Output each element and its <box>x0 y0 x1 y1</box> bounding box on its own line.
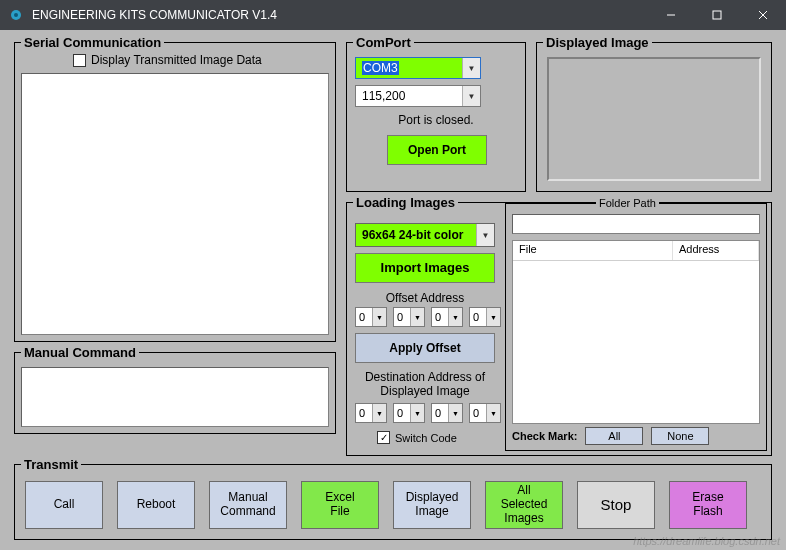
svg-rect-3 <box>713 11 721 19</box>
comport-select[interactable]: COM3 ▼ <box>355 57 481 79</box>
offset-byte-2[interactable]: 0▼ <box>431 307 463 327</box>
all-selected-images-button[interactable]: All Selected Images <box>485 481 563 529</box>
chevron-down-icon: ▼ <box>448 308 462 326</box>
chevron-down-icon: ▼ <box>462 86 480 106</box>
comport-group: ComPort COM3 ▼ 115,200 ▼ Port is closed.… <box>346 42 526 192</box>
stop-button[interactable]: Stop <box>577 481 655 529</box>
offset-address-row: 0▼ 0▼ 0▼ 0▼ <box>355 307 501 327</box>
displayed-image-button[interactable]: Displayed Image <box>393 481 471 529</box>
app-icon <box>8 7 24 23</box>
excel-file-button[interactable]: Excel File <box>301 481 379 529</box>
chevron-down-icon: ▼ <box>486 404 500 422</box>
chevron-down-icon: ▼ <box>486 308 500 326</box>
checkmark-controls: Check Mark: All None <box>512 427 709 445</box>
minimize-button[interactable] <box>648 0 694 30</box>
dest-address-row: 0▼ 0▼ 0▼ 0▼ <box>355 403 501 423</box>
col-address[interactable]: Address <box>673 241 759 260</box>
transmit-title: Transmit <box>21 457 81 472</box>
dest-byte-2[interactable]: 0▼ <box>431 403 463 423</box>
resolution-select[interactable]: 96x64 24-bit color ▼ <box>355 223 495 247</box>
checkmark-icon: ✓ <box>377 431 390 444</box>
port-status-label: Port is closed. <box>347 113 525 127</box>
comport-value: COM3 <box>362 61 399 75</box>
switch-code-checkbox[interactable]: ✓ Switch Code <box>377 431 457 444</box>
import-images-button[interactable]: Import Images <box>355 253 495 283</box>
maximize-button[interactable] <box>694 0 740 30</box>
chevron-down-icon: ▼ <box>476 224 494 246</box>
transmit-group: Transmit Call Reboot Manual Command Exce… <box>14 464 772 540</box>
folder-path-title: Folder Path <box>596 197 659 209</box>
comport-group-title: ComPort <box>353 35 414 50</box>
displayed-image-canvas <box>547 57 761 181</box>
folder-path-group: Folder Path File Address Check Mark: All… <box>505 203 767 451</box>
baudrate-select[interactable]: 115,200 ▼ <box>355 85 481 107</box>
folder-file-table[interactable]: File Address <box>512 240 760 424</box>
chevron-down-icon: ▼ <box>372 308 386 326</box>
offset-address-label: Offset Address <box>355 291 495 305</box>
checkmark-all-button[interactable]: All <box>585 427 643 445</box>
checkmark-label: Check Mark: <box>512 430 577 442</box>
serial-communication-group: Serial Communication Display Transmitted… <box>14 42 336 342</box>
erase-flash-button[interactable]: Erase Flash <box>669 481 747 529</box>
chevron-down-icon: ▼ <box>448 404 462 422</box>
dest-address-label: Destination Address of Displayed Image <box>355 371 495 399</box>
manual-command-input[interactable] <box>21 367 329 427</box>
chevron-down-icon: ▼ <box>462 58 480 78</box>
folder-path-input[interactable] <box>512 214 760 234</box>
baudrate-value: 115,200 <box>356 86 462 106</box>
manual-command-group: Manual Command <box>14 352 336 434</box>
offset-byte-3[interactable]: 0▼ <box>469 307 501 327</box>
reboot-button[interactable]: Reboot <box>117 481 195 529</box>
manual-group-title: Manual Command <box>21 345 139 360</box>
offset-byte-0[interactable]: 0▼ <box>355 307 387 327</box>
loading-images-group: Loading Images 96x64 24-bit color ▼ Impo… <box>346 202 772 456</box>
dest-byte-1[interactable]: 0▼ <box>393 403 425 423</box>
chevron-down-icon: ▼ <box>410 404 424 422</box>
checkbox-box-icon <box>73 54 86 67</box>
chevron-down-icon: ▼ <box>410 308 424 326</box>
watermark-text: https://dreamlife.blog.csdn.net <box>633 535 780 547</box>
table-header-row: File Address <box>513 241 759 261</box>
manual-command-button[interactable]: Manual Command <box>209 481 287 529</box>
displayed-image-group: Displayed Image <box>536 42 772 192</box>
dest-byte-0[interactable]: 0▼ <box>355 403 387 423</box>
svg-point-1 <box>14 13 18 17</box>
titlebar: ENGINEERING KITS COMMUNICATOR V1.4 <box>0 0 786 30</box>
col-file[interactable]: File <box>513 241 673 260</box>
loading-images-title: Loading Images <box>353 195 458 210</box>
serial-output-textarea[interactable] <box>21 73 329 335</box>
chevron-down-icon: ▼ <box>372 404 386 422</box>
window-title: ENGINEERING KITS COMMUNICATOR V1.4 <box>32 8 648 22</box>
checkmark-none-button[interactable]: None <box>651 427 709 445</box>
close-button[interactable] <box>740 0 786 30</box>
displayed-image-title: Displayed Image <box>543 35 652 50</box>
serial-group-title: Serial Communication <box>21 35 164 50</box>
display-transmitted-label: Display Transmitted Image Data <box>91 53 262 67</box>
call-button[interactable]: Call <box>25 481 103 529</box>
resolution-value: 96x64 24-bit color <box>356 224 476 246</box>
dest-byte-3[interactable]: 0▼ <box>469 403 501 423</box>
apply-offset-button[interactable]: Apply Offset <box>355 333 495 363</box>
offset-byte-1[interactable]: 0▼ <box>393 307 425 327</box>
switch-code-label: Switch Code <box>395 432 457 444</box>
open-port-button[interactable]: Open Port <box>387 135 487 165</box>
display-transmitted-checkbox[interactable]: Display Transmitted Image Data <box>73 53 262 67</box>
